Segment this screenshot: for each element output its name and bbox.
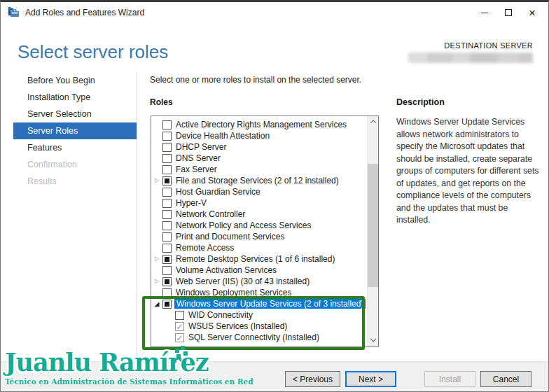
- close-button[interactable]: ×: [520, 2, 544, 23]
- role-row[interactable]: Network Controller: [151, 209, 378, 220]
- expander-collapsed-icon[interactable]: ▷: [151, 253, 162, 265]
- checkbox-unchecked[interactable]: [162, 288, 172, 298]
- partial-check-icon: [165, 257, 169, 262]
- role-row[interactable]: Print and Document Services: [151, 231, 378, 242]
- role-label: Print and Document Services: [176, 232, 284, 241]
- expander-expanded-icon[interactable]: ◢: [151, 298, 162, 309]
- checkbox-unchecked[interactable]: [162, 188, 172, 197]
- next-button[interactable]: Next >: [345, 371, 396, 387]
- role-row[interactable]: Hyper-V: [151, 197, 378, 209]
- role-row[interactable]: WID Connectivity: [164, 309, 378, 321]
- minimize-icon: [481, 13, 488, 13]
- checkbox-unchecked[interactable]: [175, 311, 184, 320]
- expander-collapsed-icon[interactable]: ▷: [151, 276, 162, 287]
- role-label: Remote Desktop Services (1 of 6 installe…: [176, 254, 335, 264]
- checkbox-unchecked[interactable]: [162, 165, 172, 174]
- role-row[interactable]: ◢Windows Server Update Services (2 of 3 …: [151, 298, 378, 309]
- checkbox-partial[interactable]: [162, 300, 172, 309]
- role-label: Web Server (IIS) (30 of 43 installed): [176, 276, 310, 286]
- checkbox-checked[interactable]: ✓: [175, 333, 184, 342]
- previous-button[interactable]: < Previous: [285, 371, 340, 387]
- role-label: DHCP Server: [176, 142, 226, 152]
- checkbox-unchecked[interactable]: [162, 154, 172, 163]
- role-row[interactable]: ▷Web Server (IIS) (30 of 43 installed): [151, 276, 378, 287]
- partial-check-icon: [165, 302, 169, 307]
- checkbox-unchecked[interactable]: [162, 266, 172, 275]
- roles-list: Active Directory Rights Management Servi…: [151, 115, 379, 347]
- role-label: WID Connectivity: [188, 310, 253, 320]
- checkbox-unchecked[interactable]: [162, 120, 172, 130]
- role-label: Fax Server: [176, 164, 217, 174]
- sidebar-item-installation-type[interactable]: Installation Type: [1, 89, 137, 106]
- checkbox-unchecked[interactable]: [162, 244, 172, 253]
- sidebar-item-features[interactable]: Features: [1, 139, 137, 156]
- checkbox-partial[interactable]: [162, 176, 172, 186]
- titlebar: Add Roles and Features Wizard ×: [1, 2, 548, 23]
- checkbox-unchecked[interactable]: [162, 232, 172, 241]
- role-row[interactable]: DNS Server: [151, 153, 378, 164]
- checkbox-partial[interactable]: [162, 277, 172, 286]
- maximize-icon: [505, 9, 512, 16]
- window-title: Add Roles and Features Wizard: [25, 8, 144, 18]
- role-label: Windows Server Update Services (2 of 3 i…: [174, 299, 366, 309]
- sidebar-item-before-you-begin[interactable]: Before You Begin: [1, 72, 137, 89]
- description-text: Windows Server Update Services allows ne…: [396, 116, 541, 227]
- install-button: Install: [424, 371, 475, 387]
- description-heading: Description: [396, 97, 445, 107]
- sidebar-item-server-roles[interactable]: Server Roles: [13, 122, 137, 139]
- checkbox-partial[interactable]: [162, 255, 172, 264]
- page-title: Select server roles: [18, 41, 168, 63]
- sidebar-item-confirmation: Confirmation: [1, 156, 137, 173]
- role-label: Windows Deployment Services: [176, 288, 291, 298]
- button-bar: < PreviousNext >InstallCancel: [285, 371, 531, 387]
- role-row[interactable]: ✓WSUS Services (Installed): [164, 321, 378, 332]
- checkbox-checked[interactable]: ✓: [175, 322, 184, 331]
- role-row[interactable]: Fax Server: [151, 164, 378, 175]
- checkbox-unchecked[interactable]: [162, 143, 172, 152]
- role-label: Host Guardian Service: [176, 187, 260, 197]
- cancel-button[interactable]: Cancel: [480, 371, 531, 387]
- destination-server-label: DESTINATION SERVER: [444, 41, 533, 50]
- role-row[interactable]: Volume Activation Services: [151, 265, 378, 276]
- sidebar-item-results: Results: [1, 173, 137, 190]
- destination-server-value-blurred: [408, 52, 533, 63]
- server-manager-icon: [8, 7, 20, 18]
- partial-check-icon: [165, 279, 169, 284]
- role-label: WSUS Services (Installed): [188, 321, 287, 331]
- role-row[interactable]: Remote Access: [151, 242, 378, 253]
- checkbox-unchecked[interactable]: [162, 221, 172, 230]
- role-label: DNS Server: [176, 153, 221, 163]
- close-icon: ×: [529, 7, 536, 19]
- wizard-nav: Before You BeginInstallation TypeServer …: [1, 72, 137, 361]
- wizard-window: Add Roles and Features Wizard × Select s…: [0, 0, 549, 392]
- role-label: Remote Access: [176, 243, 234, 253]
- checkbox-unchecked[interactable]: [162, 199, 172, 208]
- role-label: Network Policy and Access Services: [176, 220, 311, 230]
- role-row[interactable]: ▷File and Storage Services (2 of 12 inst…: [151, 175, 378, 186]
- checkbox-unchecked[interactable]: [162, 210, 172, 219]
- instruction-text: Select one or more roles to install on t…: [150, 75, 361, 85]
- role-label: Volume Activation Services: [176, 265, 277, 275]
- checkbox-unchecked[interactable]: [162, 132, 172, 141]
- role-label: Device Health Attestation: [176, 131, 270, 141]
- minimize-button[interactable]: [473, 2, 496, 23]
- role-row[interactable]: Active Directory Rights Management Servi…: [151, 119, 378, 130]
- partial-check-icon: [165, 178, 169, 183]
- role-label: File and Storage Services (2 of 12 insta…: [176, 176, 339, 186]
- role-row[interactable]: Windows Deployment Services: [151, 287, 378, 298]
- role-label: SQL Server Connectivity (Installed): [188, 332, 319, 342]
- sidebar-item-server-selection[interactable]: Server Selection: [1, 106, 137, 122]
- role-row[interactable]: Network Policy and Access Services: [151, 220, 378, 231]
- role-row[interactable]: Host Guardian Service: [151, 186, 378, 197]
- role-label: Network Controller: [176, 209, 245, 219]
- maximize-button[interactable]: [496, 2, 520, 23]
- role-row[interactable]: ▷Remote Desktop Services (1 of 6 install…: [151, 253, 378, 265]
- pixel-decoration: [175, 349, 179, 353]
- role-row[interactable]: ✓SQL Server Connectivity (Installed): [164, 332, 378, 343]
- role-row[interactable]: Device Health Attestation: [151, 130, 378, 141]
- role-label: Hyper-V: [176, 198, 207, 208]
- role-label: Active Directory Rights Management Servi…: [176, 120, 347, 130]
- roles-list-label: Roles: [150, 97, 173, 107]
- role-row[interactable]: DHCP Server: [151, 141, 378, 153]
- expander-collapsed-icon[interactable]: ▷: [151, 175, 162, 186]
